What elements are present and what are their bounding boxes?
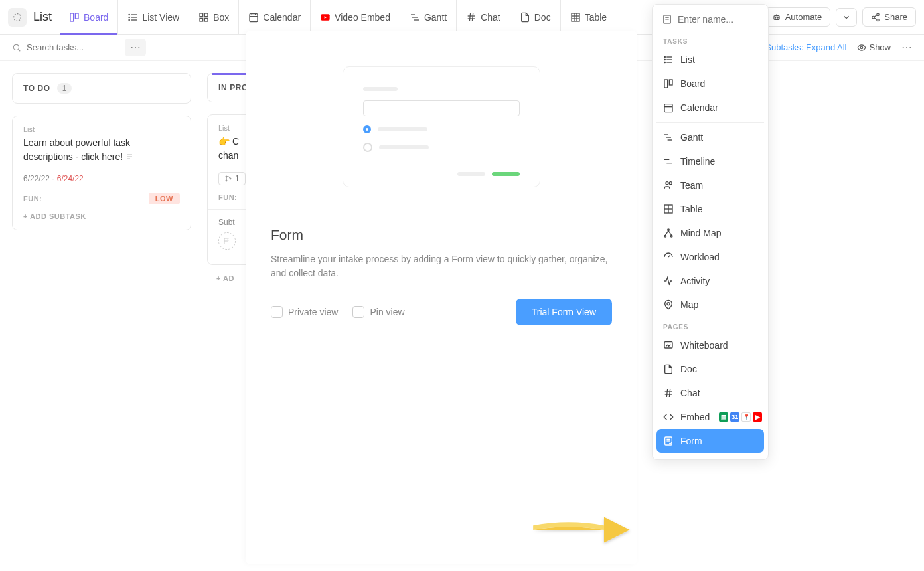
picker-timeline[interactable]: Timeline [656,149,764,173]
search-input[interactable] [27,42,119,52]
svg-line-83 [669,389,670,397]
column-header-todo[interactable]: TO DO 1 [12,73,191,104]
card-title: Learn about powerful task descriptions -… [23,136,180,165]
topbar-right: Automate Share [763,7,916,27]
tab-table[interactable]: Table [560,0,616,35]
share-icon [871,13,880,22]
topbar-left: List [8,8,57,27]
private-view-checkbox[interactable]: Private view [271,306,338,318]
svg-rect-1 [70,13,74,21]
subtask-chip[interactable]: 1 [218,172,246,185]
tab-list-view[interactable]: List View [117,0,189,35]
search-wrap[interactable] [12,42,119,52]
tab-doc[interactable]: Doc [510,0,560,35]
add-subtask[interactable]: + ADD SUBTASK [23,212,180,220]
checkbox-icon [271,306,283,318]
svg-point-73 [664,235,666,237]
list-title[interactable]: List [33,10,52,24]
svg-point-35 [877,13,880,16]
svg-line-77 [668,255,670,257]
picker-activity[interactable]: Activity [656,269,764,293]
eye-icon [857,43,866,52]
show-toggle[interactable]: Show [857,42,891,52]
subtasks-expand[interactable]: Subtasks: Expand All [765,42,846,52]
flag-placeholder[interactable] [218,232,236,250]
svg-rect-59 [669,80,672,85]
private-view-label: Private view [288,307,338,317]
svg-point-8 [129,19,129,20]
picker-doc[interactable]: Doc [656,357,764,381]
picker-mindmap[interactable]: Mind Map [656,221,764,245]
picker-chat[interactable]: Chat [656,381,764,405]
list-status-icon[interactable] [8,8,27,27]
priority-badge[interactable]: LOW [149,193,180,204]
svg-point-36 [872,16,875,19]
share-label: Share [884,12,907,22]
tab-calendar[interactable]: Calendar [238,0,310,35]
automate-button[interactable]: Automate [763,7,831,27]
svg-point-40 [13,44,19,50]
search-icon [12,43,21,52]
svg-point-78 [667,303,670,305]
picker-team[interactable]: Team [656,173,764,197]
tab-box[interactable]: Box [189,0,238,35]
svg-rect-10 [204,13,208,17]
svg-point-47 [226,180,227,181]
view-name-input[interactable] [678,14,757,25]
svg-line-25 [473,13,473,21]
picker-table[interactable]: Table [656,197,764,221]
svg-point-6 [129,14,129,15]
chevron-down-icon [842,13,851,22]
tab-board-label: Board [84,12,108,23]
svg-rect-12 [204,18,208,21]
tab-list-view-label: List View [142,12,179,23]
svg-point-37 [877,19,880,21]
automate-dropdown[interactable] [836,8,857,27]
youtube-icon: ▶ [753,412,762,422]
pin-view-checkbox[interactable]: Pin view [352,306,404,318]
pin-view-label: Pin view [370,307,404,317]
picker-list[interactable]: List [656,48,764,72]
form-heading: Form [271,227,612,243]
picker-gantt[interactable]: Gantt [656,125,764,149]
dots-icon: ⋯ [130,41,141,54]
form-description: Streamline your intake process by adding… [271,252,612,280]
tab-board[interactable]: Board [60,0,117,35]
list-icon [127,12,138,23]
view-tabs: Board List View Box Calendar Video Embed… [60,0,616,35]
tab-gantt[interactable]: Gantt [400,0,456,35]
card-fun-row: FUN: LOW [23,193,180,204]
svg-point-42 [861,46,864,49]
annotation-arrow [530,507,633,555]
trial-form-button[interactable]: Trial Form View [516,299,612,325]
more-options[interactable]: ⋯ [901,41,912,54]
svg-rect-11 [200,18,203,21]
form-actions: Private view Pin view Trial Form View [271,299,612,325]
doc-mini-icon [125,151,133,165]
tab-chat[interactable]: Chat [456,0,510,35]
picker-form[interactable]: Form [656,429,764,453]
search-options[interactable]: ⋯ [125,39,146,56]
picker-map[interactable]: Map [656,293,764,317]
picker-calendar[interactable]: Calendar [656,96,764,120]
picker-board[interactable]: Board [656,72,764,96]
date-end: 6/24/22 [57,174,84,183]
svg-point-57 [664,62,665,62]
picker-workload[interactable]: Workload [656,245,764,269]
svg-line-41 [19,49,21,51]
card-dates: 6/22/22 - 6/24/22 [23,174,180,183]
tab-video-embed-label: Video Embed [335,12,390,23]
task-card[interactable]: List Learn about powerful task descripti… [12,116,191,230]
picker-embed[interactable]: Embed▤31📍▶ [656,405,764,429]
automate-label: Automate [785,12,822,22]
share-button[interactable]: Share [862,7,916,27]
tab-video-embed[interactable]: Video Embed [310,0,400,35]
separator [153,41,153,55]
gantt-icon [410,12,420,23]
tab-chat-label: Chat [481,12,501,23]
top-bar: List Board List View Box Calendar Video … [0,0,924,35]
fun-label: FUN: [218,193,237,201]
picker-whiteboard[interactable]: Whiteboard [656,333,764,357]
gmaps-icon: 📍 [741,412,751,422]
board-icon [69,12,80,23]
